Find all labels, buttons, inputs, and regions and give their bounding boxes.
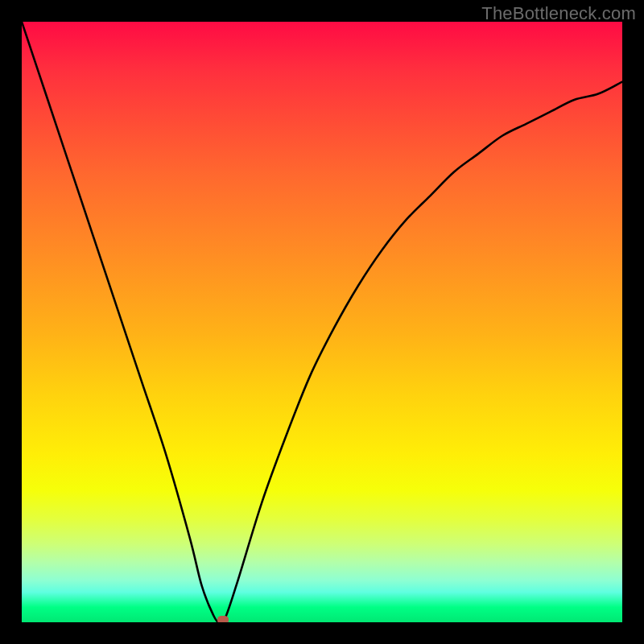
minimum-marker: [217, 616, 229, 622]
watermark-text: TheBottleneck.com: [481, 3, 636, 24]
plot-area: [22, 22, 622, 622]
chart-frame: TheBottleneck.com: [0, 0, 644, 644]
bottleneck-curve: [22, 22, 622, 622]
